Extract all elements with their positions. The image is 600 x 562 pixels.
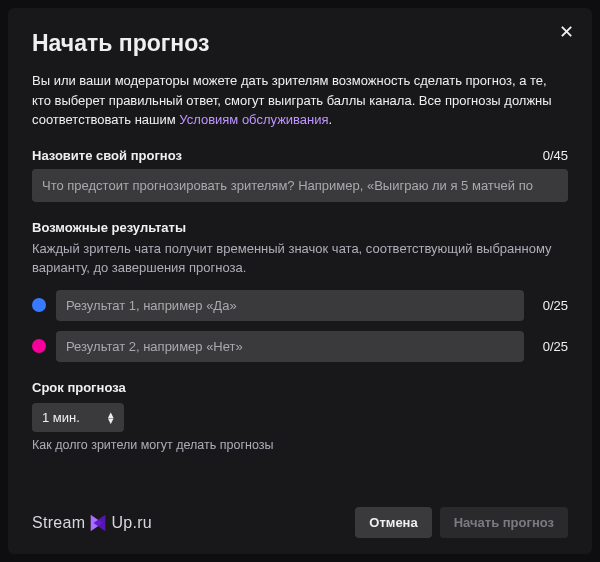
duration-select[interactable]: 1 мин. ▴▾ xyxy=(32,403,124,432)
prediction-name-label: Назовите свой прогноз xyxy=(32,148,182,163)
streamup-logo: Stream Up.ru xyxy=(32,512,152,534)
outcome-row: 0/25 xyxy=(32,331,568,362)
start-prediction-modal: ✕ Начать прогноз Вы или ваши модераторы … xyxy=(8,8,592,554)
terms-link[interactable]: Условиям обслуживания xyxy=(179,112,328,127)
prediction-name-counter: 0/45 xyxy=(543,148,568,163)
start-prediction-button[interactable]: Начать прогноз xyxy=(440,507,568,538)
cancel-button[interactable]: Отмена xyxy=(355,507,431,538)
close-icon: ✕ xyxy=(559,21,574,43)
prediction-name-input[interactable] xyxy=(32,169,568,202)
play-icon xyxy=(87,512,109,534)
chevron-updown-icon: ▴▾ xyxy=(108,411,114,423)
outcome-2-input[interactable] xyxy=(56,331,524,362)
modal-title: Начать прогноз xyxy=(32,30,568,57)
outcome-1-input[interactable] xyxy=(56,290,524,321)
duration-label: Срок прогноза xyxy=(32,380,568,395)
outcomes-label: Возможные результаты xyxy=(32,220,568,235)
duration-value: 1 мин. xyxy=(42,410,80,425)
outcome-1-counter: 0/25 xyxy=(534,298,568,313)
duration-section: Срок прогноза 1 мин. ▴▾ Как долго зрител… xyxy=(32,380,568,452)
outcome-color-dot-blue xyxy=(32,298,46,312)
outcomes-hint: Каждый зритель чата получит временный зн… xyxy=(32,239,568,278)
prediction-name-section: Назовите свой прогноз 0/45 xyxy=(32,148,568,202)
outcome-color-dot-pink xyxy=(32,339,46,353)
modal-description: Вы или ваши модераторы можете дать зрите… xyxy=(32,71,568,130)
outcome-row: 0/25 xyxy=(32,290,568,321)
close-button[interactable]: ✕ xyxy=(554,20,578,44)
modal-footer: Stream Up.ru Отмена Начать прогноз xyxy=(32,507,568,538)
outcomes-section: Возможные результаты Каждый зритель чата… xyxy=(32,220,568,362)
outcome-2-counter: 0/25 xyxy=(534,339,568,354)
duration-hint: Как долго зрители могут делать прогнозы xyxy=(32,438,568,452)
